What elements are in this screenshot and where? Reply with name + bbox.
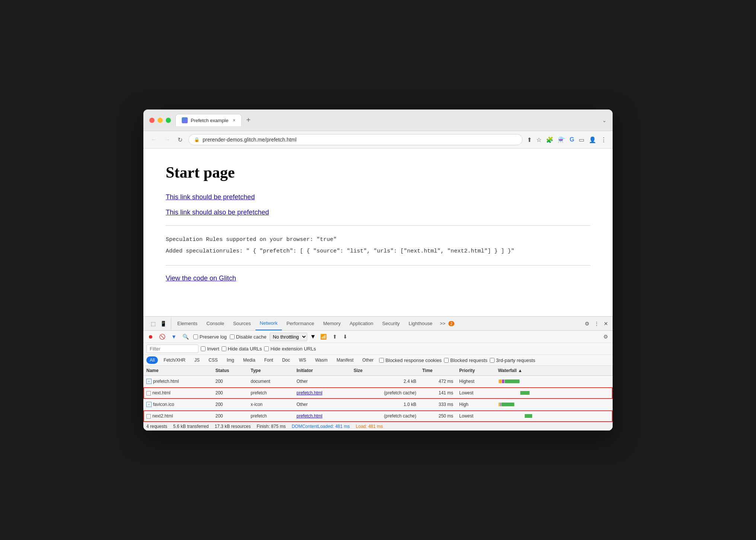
blocked-requests-checkbox[interactable] bbox=[444, 358, 449, 363]
tab-close-button[interactable]: × bbox=[233, 118, 235, 123]
devtools-more-icon[interactable]: ⋮ bbox=[593, 318, 601, 330]
blocked-cookies-label[interactable]: Blocked response cookies bbox=[379, 358, 442, 363]
table-row[interactable]: next.html 200 prefetch prefetch.html (pr… bbox=[143, 387, 613, 399]
col-initiator[interactable]: Initiator bbox=[293, 366, 350, 376]
blocked-requests-label[interactable]: Blocked requests bbox=[444, 358, 487, 363]
filter-css[interactable]: CSS bbox=[205, 356, 221, 364]
reading-list-icon[interactable]: ▭ bbox=[579, 136, 584, 143]
address-bar: ← → ↻ 🔒 prerender-demos.glitch.me/prefet… bbox=[143, 131, 613, 149]
col-type[interactable]: Type bbox=[248, 366, 293, 376]
browser-window: Prefetch example × + ⌄ ← → ↻ 🔒 prerender… bbox=[143, 109, 613, 431]
active-tab[interactable]: Prefetch example × bbox=[175, 114, 242, 126]
device-toolbar-icon[interactable]: 📱 bbox=[159, 318, 168, 330]
invert-label[interactable]: Invert bbox=[201, 346, 219, 352]
col-waterfall[interactable]: Waterfall ▲ bbox=[495, 366, 613, 376]
link-prefetch-1[interactable]: This link should be prefetched bbox=[166, 193, 590, 201]
upload-icon[interactable]: ⬆ bbox=[331, 332, 339, 341]
hide-extension-urls-label[interactable]: Hide extension URLs bbox=[264, 346, 316, 352]
clear-button[interactable]: 🚫 bbox=[158, 332, 167, 341]
filter-img[interactable]: Img bbox=[223, 356, 238, 364]
hide-extension-urls-checkbox[interactable] bbox=[264, 346, 269, 351]
tab-elements[interactable]: Elements bbox=[173, 317, 202, 330]
filter-ws[interactable]: WS bbox=[296, 356, 309, 364]
initiator-link[interactable]: prefetch.html bbox=[296, 413, 322, 419]
col-time[interactable]: Time bbox=[419, 366, 456, 376]
disable-cache-checkbox[interactable] bbox=[230, 334, 235, 339]
preserve-log-checkbox[interactable] bbox=[193, 334, 198, 339]
filter-icon[interactable]: ▼ bbox=[170, 332, 178, 341]
search-icon[interactable]: 🔍 bbox=[181, 332, 190, 341]
glitch-link[interactable]: View the code on Glitch bbox=[166, 274, 236, 282]
filter-font[interactable]: Font bbox=[261, 356, 276, 364]
tab-performance[interactable]: Performance bbox=[282, 317, 318, 330]
share-icon[interactable]: ⬆ bbox=[527, 136, 532, 143]
table-row[interactable]: next2.html 200 prefetch prefetch.html (p… bbox=[143, 410, 613, 422]
third-party-checkbox[interactable] bbox=[490, 358, 495, 363]
extension-icon[interactable]: 🧩 bbox=[546, 136, 553, 143]
cell-name: ≡favicon.ico bbox=[143, 399, 212, 410]
filter-input[interactable] bbox=[146, 344, 198, 353]
devtools-close-icon[interactable]: ✕ bbox=[602, 318, 610, 330]
third-party-label[interactable]: 3rd-party requests bbox=[490, 358, 536, 363]
tab-application[interactable]: Application bbox=[345, 317, 378, 330]
filter-type-row: All Fetch/XHR JS CSS Img Media Font Doc … bbox=[143, 355, 613, 366]
more-tabs-button[interactable]: >> bbox=[437, 318, 448, 329]
labs-icon[interactable]: ⚗️ bbox=[558, 136, 565, 143]
disable-cache-label[interactable]: Disable cache bbox=[230, 334, 267, 340]
tab-console[interactable]: Console bbox=[202, 317, 229, 330]
devtools-settings-icon[interactable]: ⚙ bbox=[583, 318, 591, 330]
invert-checkbox[interactable] bbox=[201, 346, 206, 351]
tab-sources[interactable]: Sources bbox=[229, 317, 255, 330]
blocked-cookies-checkbox[interactable] bbox=[379, 358, 384, 363]
tab-network[interactable]: Network bbox=[255, 317, 282, 330]
filter-manifest[interactable]: Manifest bbox=[333, 356, 357, 364]
col-size[interactable]: Size bbox=[350, 366, 419, 376]
menu-icon[interactable]: ⋮ bbox=[601, 136, 607, 143]
back-button[interactable]: ← bbox=[149, 135, 158, 144]
cell-type: document bbox=[248, 376, 293, 387]
download-icon[interactable]: ⬇ bbox=[342, 332, 349, 341]
filter-js[interactable]: JS bbox=[191, 356, 203, 364]
inspect-element-icon[interactable]: ⬚ bbox=[149, 318, 157, 330]
tab-list-chevron[interactable]: ⌄ bbox=[602, 117, 607, 123]
filter-all[interactable]: All bbox=[146, 356, 158, 364]
record-button[interactable]: ⏺ bbox=[146, 332, 155, 341]
new-tab-button[interactable]: + bbox=[243, 114, 254, 126]
tab-security[interactable]: Security bbox=[378, 317, 404, 330]
filter-wasm[interactable]: Wasm bbox=[312, 356, 331, 364]
col-priority[interactable]: Priority bbox=[456, 366, 495, 376]
link-prefetch-2[interactable]: This link should also be prefetched bbox=[166, 209, 590, 216]
url-bar[interactable]: 🔒 prerender-demos.glitch.me/prefetch.htm… bbox=[188, 134, 522, 145]
col-status[interactable]: Status bbox=[212, 366, 248, 376]
table-row[interactable]: ≡favicon.ico 200 x-icon Other 1.0 kB 333… bbox=[143, 399, 613, 410]
throttle-select[interactable]: No throttling bbox=[270, 333, 307, 341]
filter-other[interactable]: Other bbox=[359, 356, 377, 364]
col-name[interactable]: Name bbox=[143, 366, 212, 376]
profile-icon[interactable]: 👤 bbox=[589, 136, 596, 143]
network-table-container: Name Status Type Initiator Size Time Pri… bbox=[143, 366, 613, 422]
google-icon[interactable]: G bbox=[570, 136, 574, 143]
browser-toolbar-icons: ⬆ ☆ 🧩 ⚗️ G ▭ 👤 ⋮ bbox=[527, 136, 607, 143]
cell-status: 200 bbox=[212, 387, 248, 399]
wifi-icon[interactable]: 📶 bbox=[319, 332, 328, 341]
tab-memory[interactable]: Memory bbox=[319, 317, 345, 330]
maximize-button[interactable] bbox=[166, 118, 171, 123]
hide-data-urls-label[interactable]: Hide data URLs bbox=[222, 346, 262, 352]
forward-button[interactable]: → bbox=[163, 135, 172, 144]
network-settings-icon[interactable]: ⚙ bbox=[602, 332, 610, 341]
filter-doc[interactable]: Doc bbox=[279, 356, 293, 364]
request-count: 4 requests bbox=[146, 424, 167, 429]
bookmark-icon[interactable]: ☆ bbox=[536, 136, 541, 143]
cell-name: next.html bbox=[143, 387, 212, 399]
close-button[interactable] bbox=[149, 118, 155, 123]
hide-data-urls-checkbox[interactable] bbox=[222, 346, 226, 351]
reload-button[interactable]: ↻ bbox=[176, 135, 184, 145]
finish-time: Finish: 875 ms bbox=[257, 424, 286, 429]
tab-lighthouse[interactable]: Lighthouse bbox=[404, 317, 437, 330]
minimize-button[interactable] bbox=[158, 118, 163, 123]
filter-fetch-xhr[interactable]: Fetch/XHR bbox=[160, 356, 189, 364]
filter-media[interactable]: Media bbox=[240, 356, 259, 364]
initiator-link[interactable]: prefetch.html bbox=[296, 390, 322, 396]
table-row[interactable]: ≡prefetch.html 200 document Other 2.4 kB… bbox=[143, 376, 613, 387]
preserve-log-label[interactable]: Preserve log bbox=[193, 334, 227, 340]
